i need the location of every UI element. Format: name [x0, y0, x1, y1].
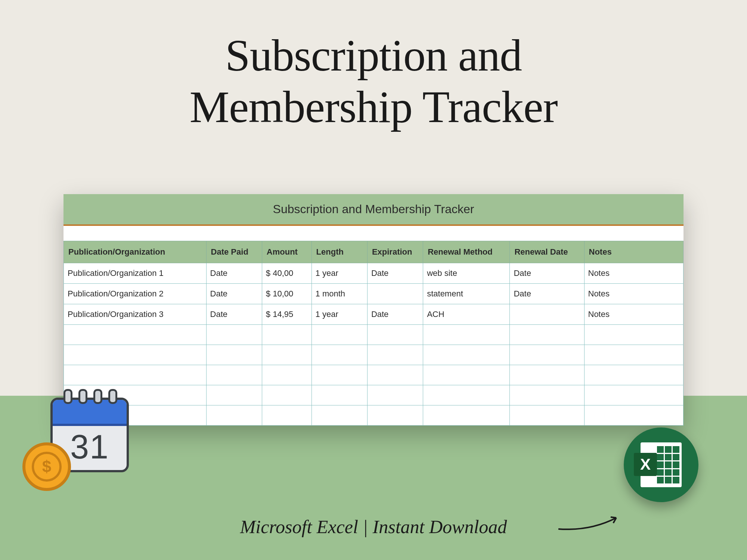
- cell-notes: [584, 325, 684, 345]
- table-row: [64, 325, 684, 345]
- title-line-2: Membership Tracker: [189, 82, 557, 132]
- col-renewal-date: Renewal Date: [510, 241, 584, 263]
- cell-renewal_date: [510, 405, 584, 426]
- cell-renewal_method: web site: [423, 263, 510, 284]
- cell-notes: [584, 345, 684, 365]
- cell-renewal_date: [510, 325, 584, 345]
- spreadsheet-preview: Subscription and Membership Tracker Publ…: [63, 194, 684, 426]
- cell-date_paid: [206, 365, 262, 385]
- table-row: [64, 405, 684, 426]
- cell-renewal_method: statement: [423, 284, 510, 304]
- table-row: Publication/Organization 1Date$ 40,001 y…: [64, 263, 684, 284]
- cell-renewal_method: [423, 405, 510, 426]
- cell-expiration: Date: [367, 304, 423, 325]
- cell-length: [311, 365, 367, 385]
- cell-date_paid: [206, 385, 262, 405]
- cell-renewal_method: [423, 325, 510, 345]
- page-title: Subscription and Membership Tracker: [0, 30, 747, 133]
- cell-date_paid: Date: [206, 284, 262, 304]
- cell-renewal_method: [423, 365, 510, 385]
- cell-notes: [584, 385, 684, 405]
- col-amount: Amount: [262, 241, 311, 263]
- cell-length: 1 month: [311, 284, 367, 304]
- cell-length: [311, 385, 367, 405]
- cell-renewal_date: [510, 385, 584, 405]
- cell-date_paid: Date: [206, 263, 262, 284]
- footer-text: Microsoft Excel | Instant Download: [0, 516, 747, 538]
- cell-notes: Notes: [584, 284, 684, 304]
- cell-renewal_date: [510, 304, 584, 325]
- col-publication: Publication/Organization: [64, 241, 207, 263]
- cell-expiration: [367, 284, 423, 304]
- excel-icon: X: [624, 427, 698, 502]
- cell-length: [311, 345, 367, 365]
- table-row: [64, 365, 684, 385]
- cell-pub: [64, 365, 207, 385]
- cell-expiration: [367, 385, 423, 405]
- cell-length: [311, 405, 367, 426]
- cell-pub: [64, 325, 207, 345]
- coin-symbol: $: [32, 452, 62, 482]
- cell-expiration: [367, 325, 423, 345]
- cell-notes: [584, 405, 684, 426]
- cell-length: 1 year: [311, 263, 367, 284]
- header-row: Publication/Organization Date Paid Amoun…: [64, 241, 684, 263]
- cell-pub: Publication/Organization 2: [64, 284, 207, 304]
- cell-renewal_date: [510, 365, 584, 385]
- col-date-paid: Date Paid: [206, 241, 262, 263]
- cell-length: [311, 325, 367, 345]
- cell-date_paid: [206, 325, 262, 345]
- cell-amount: $ 10,00: [262, 284, 311, 304]
- cell-renewal_method: ACH: [423, 304, 510, 325]
- col-renewal-method: Renewal Method: [423, 241, 510, 263]
- cell-renewal_method: [423, 385, 510, 405]
- cell-pub: Publication/Organization 1: [64, 263, 207, 284]
- cell-date_paid: [206, 405, 262, 426]
- cell-date_paid: Date: [206, 304, 262, 325]
- cell-date_paid: [206, 345, 262, 365]
- excel-letter: X: [634, 453, 657, 476]
- cell-amount: [262, 405, 311, 426]
- cell-pub: Publication/Organization 3: [64, 304, 207, 325]
- cell-amount: [262, 325, 311, 345]
- col-expiration: Expiration: [367, 241, 423, 263]
- col-notes: Notes: [584, 241, 684, 263]
- cell-amount: [262, 365, 311, 385]
- sheet-title: Subscription and Membership Tracker: [63, 194, 684, 226]
- cell-expiration: Date: [367, 263, 423, 284]
- cell-length: 1 year: [311, 304, 367, 325]
- coin-icon: $: [22, 442, 71, 491]
- cell-notes: Notes: [584, 304, 684, 325]
- cell-renewal_date: [510, 345, 584, 365]
- table-row: Publication/Organization 3Date$ 14,951 y…: [64, 304, 684, 325]
- cell-amount: $ 14,95: [262, 304, 311, 325]
- cell-pub: [64, 345, 207, 365]
- table-row: Publication/Organization 2Date$ 10,001 m…: [64, 284, 684, 304]
- table-row: [64, 385, 684, 405]
- cell-amount: [262, 345, 311, 365]
- cell-renewal_date: Date: [510, 263, 584, 284]
- cell-amount: [262, 385, 311, 405]
- tracker-table: Publication/Organization Date Paid Amoun…: [63, 241, 684, 426]
- cell-expiration: [367, 365, 423, 385]
- cell-expiration: [367, 345, 423, 365]
- cell-renewal_date: Date: [510, 284, 584, 304]
- title-line-1: Subscription and: [225, 31, 522, 80]
- sheet-gap: [63, 226, 684, 241]
- cell-amount: $ 40,00: [262, 263, 311, 284]
- cell-renewal_method: [423, 345, 510, 365]
- table-row: [64, 345, 684, 365]
- cell-notes: [584, 365, 684, 385]
- cell-notes: Notes: [584, 263, 684, 284]
- cell-expiration: [367, 405, 423, 426]
- col-length: Length: [311, 241, 367, 263]
